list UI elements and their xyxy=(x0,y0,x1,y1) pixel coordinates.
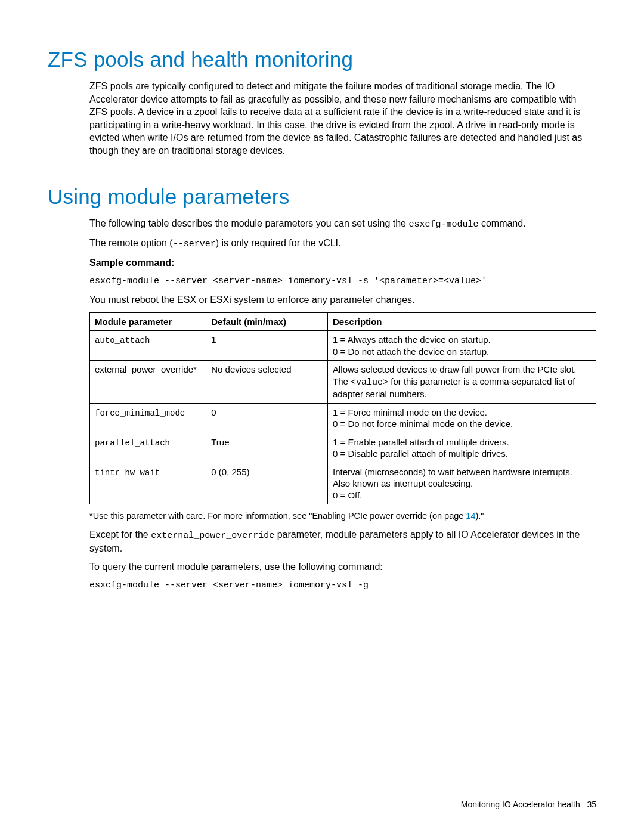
reboot-note: You must reboot the ESX or ESXi system t… xyxy=(89,293,596,306)
sample-command-label: Sample command: xyxy=(89,256,596,270)
table-body: auto_attach11 = Always attach the device… xyxy=(90,331,596,504)
cell-param: tintr_hw_wait xyxy=(90,463,206,504)
footnote-page-link[interactable]: 14 xyxy=(466,511,475,521)
intro2b: ) is only required for the vCLI. xyxy=(216,238,341,248)
cell-default: No devices selected xyxy=(206,361,328,404)
intro-line-2: The remote option (--server) is only req… xyxy=(89,237,596,250)
cell-default: 1 xyxy=(206,331,328,361)
intro1b: command. xyxy=(478,218,525,228)
cell-default: 0 xyxy=(206,403,328,433)
table-row: tintr_hw_wait0 (0, 255)Interval (microse… xyxy=(90,463,596,504)
footnote-a: *Use this parameter with care. For more … xyxy=(89,511,466,521)
cell-description: 1 = Force minimal mode on the device.0 =… xyxy=(328,403,596,433)
cell-description: 1 = Always attach the device on startup.… xyxy=(328,331,596,361)
table-footnote: *Use this parameter with care. For more … xyxy=(89,510,596,522)
cell-default: 0 (0, 255) xyxy=(206,463,328,504)
table-row: auto_attach11 = Always attach the device… xyxy=(90,331,596,361)
table-row: parallel_attachTrue1 = Enable parallel a… xyxy=(90,433,596,463)
table-header-row: Module parameter Default (min/max) Descr… xyxy=(90,312,596,331)
footer-page-number: 35 xyxy=(587,800,596,809)
except-para: Except for the external_power_override p… xyxy=(89,528,596,555)
section1-body: ZFS pools are typically configured to de… xyxy=(89,80,596,157)
cell-param: force_minimal_mode xyxy=(90,403,206,433)
cell-param: external_power_override* xyxy=(90,361,206,404)
section1-para: ZFS pools are typically configured to de… xyxy=(89,80,596,157)
cell-param: auto_attach xyxy=(90,331,206,361)
query-code: esxcfg-module --server <server-name> iom… xyxy=(89,580,596,592)
intro-line-1: The following table describes the module… xyxy=(89,217,596,231)
table-row: external_power_override*No devices selec… xyxy=(90,361,596,404)
page-footer: Monitoring IO Accelerator health 35 xyxy=(461,800,596,809)
section2-title: Using module parameters xyxy=(48,185,596,209)
page-container: ZFS pools and health monitoring ZFS pool… xyxy=(0,0,644,833)
intro2a: The remote option ( xyxy=(89,238,173,248)
cell-description: Interval (microseconds) to wait between … xyxy=(328,463,596,504)
th-default: Default (min/max) xyxy=(206,312,328,331)
section1-title: ZFS pools and health monitoring xyxy=(48,48,596,72)
th-module-parameter: Module parameter xyxy=(90,312,206,331)
footnote-b: )." xyxy=(476,511,484,521)
except-a: Except for the xyxy=(89,529,151,540)
intro1-code: esxcfg-module xyxy=(408,219,478,230)
intro2-code: --server xyxy=(173,239,216,249)
cell-param: parallel_attach xyxy=(90,433,206,463)
intro1a: The following table describes the module… xyxy=(89,218,408,228)
cell-description: 1 = Enable parallel attach of multiple d… xyxy=(328,433,596,463)
query-text: To query the current module parameters, … xyxy=(89,561,596,574)
th-description: Description xyxy=(328,312,596,331)
footer-text: Monitoring IO Accelerator health xyxy=(461,800,580,809)
except-code: external_power_override xyxy=(151,531,274,541)
sample-command-code: esxcfg-module --server <server-name> iom… xyxy=(89,275,596,287)
module-parameter-table: Module parameter Default (min/max) Descr… xyxy=(89,312,596,505)
table-row: force_minimal_mode01 = Force minimal mod… xyxy=(90,403,596,433)
section2-body: The following table describes the module… xyxy=(89,217,596,592)
cell-default: True xyxy=(206,433,328,463)
cell-description: Allows selected devices to draw full pow… xyxy=(328,361,596,404)
